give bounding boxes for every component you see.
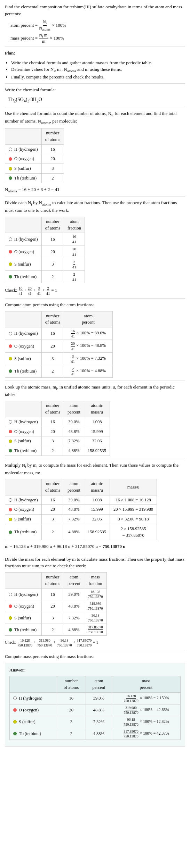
count-table: numberof atoms H (hydrogen) 16 O (oxygen…: [5, 128, 64, 183]
element-tb: Tb (terbium): [5, 365, 42, 377]
atomic-mass-text: Look up the atomic mass, mi, in unified …: [5, 384, 185, 398]
count-col-number: numberof atoms: [41, 128, 64, 145]
af-col-element: [5, 217, 42, 233]
plan-step-1: Write the chemical formula and gather at…: [11, 59, 185, 66]
element-o: O (oxygen): [5, 245, 42, 258]
mpf-col-element: [10, 676, 57, 693]
mul-col-result: mass/u: [110, 479, 157, 495]
am-col-number: numberof atoms: [41, 401, 64, 417]
mass-fraction-text: Divide the mass for each element by m to…: [5, 556, 185, 569]
table-row: O (oxygen) 20 2041 × 100% = 48.8%: [5, 340, 113, 352]
table-row: S (sulfur) 3 341: [5, 258, 85, 270]
table-row: H (hydrogen) 16 39.0% 16.128750.13870: [5, 589, 107, 600]
mul-col-mass: atomicmass/u: [84, 479, 110, 495]
table-row: Tb (terbium) 2 4.88% 158.92535: [5, 446, 110, 456]
element-tb: Tb (terbium): [5, 624, 42, 636]
atom-fraction-check: Check: 1641 + 2041 + 341 + 241 = 1: [5, 286, 185, 295]
element-tb: Tb (terbium): [5, 524, 42, 540]
table-row: S (sulfur) 3 7.32% 96.18750.13870: [5, 612, 107, 624]
plan-label: Plan:: [5, 50, 185, 57]
element-o: O (oxygen): [5, 154, 42, 164]
mass-percent-final-text: Compute mass percents using the mass fra…: [5, 653, 185, 660]
plan-steps: Write the chemical formula and gather at…: [11, 59, 185, 81]
af-col-number: numberof atoms: [41, 217, 64, 233]
table-row: H (hydrogen) 16 39.0% 1.008: [5, 417, 110, 427]
count-o: 20: [41, 154, 64, 164]
mpf-col-atom-pct: atompercent: [86, 676, 112, 693]
element-h: H (hydrogen): [5, 417, 42, 427]
table-row: O (oxygen) 20 2041: [5, 245, 85, 258]
element-s: S (sulfur): [5, 436, 42, 446]
atom-fraction-text: Divide each Ni by Natoms to calculate at…: [5, 199, 185, 214]
mpf-col-mass-pct: masspercent: [112, 676, 180, 693]
element-o: O (oxygen): [5, 600, 42, 612]
multiply-table: numberof atoms atompercent atomicmass/u …: [5, 479, 157, 540]
mf-col-element: [5, 572, 42, 589]
table-row: S (sulfur) 3 7.32% 32.06 3 × 32.06 = 96.…: [5, 515, 157, 524]
table-row: H (hydrogen) 16 1641 × 100% = 39.0%: [5, 327, 113, 340]
table-row: H (hydrogen) 16: [5, 144, 64, 154]
element-tb: Tb (terbium): [5, 173, 42, 183]
intro-title: Find the elemental composition for terbi…: [5, 3, 185, 17]
mf-col-number: numberof atoms: [41, 572, 64, 589]
mass-percent-final-table: numberof atoms atompercent masspercent H…: [9, 676, 181, 740]
dot-h: [9, 148, 12, 151]
element-h: H (hydrogen): [5, 495, 42, 505]
mf-col-fraction: massfraction: [84, 572, 107, 589]
element-tb: Tb (terbium): [10, 728, 57, 740]
plan-step-3: Finally, compute the percents and check …: [11, 74, 185, 81]
element-o: O (oxygen): [5, 505, 42, 515]
mpf-col-number: numberof atoms: [57, 676, 86, 693]
table-row: H (hydrogen) 16 1641: [5, 233, 85, 245]
atomic-mass-table: numberof atoms atompercent atomicmass/u …: [5, 401, 110, 456]
table-row: Tb (terbium) 2 241 × 100% = 4.88%: [5, 365, 113, 377]
am-col-element: [5, 401, 42, 417]
atom-percent-formula: atom percent = Ni Natoms × 100%: [10, 20, 185, 32]
element-tb: Tb (terbium): [5, 446, 42, 456]
element-s: S (sulfur): [5, 164, 42, 174]
table-row: S (sulfur) 3 341 × 100% = 7.32%: [5, 352, 113, 365]
mass-percent-formula: mass percent = Ni mi m × 100%: [10, 33, 185, 44]
element-s: S (sulfur): [5, 352, 42, 365]
mass-fraction-table: numberof atoms atompercent massfraction …: [5, 572, 107, 636]
table-row: Tb (terbium) 2 4.88% 317.85070750.13870: [5, 624, 107, 636]
mf-col-atom-pct: atompercent: [64, 572, 84, 589]
atom-fraction-table: numberof atoms atomfraction H (hydrogen)…: [5, 217, 85, 283]
table-row: Tb (terbium) 2 241: [5, 270, 85, 283]
count-h: 16: [41, 144, 64, 154]
table-row: Tb (terbium) 2 4.88% 158.92535 2 × 158.9…: [5, 524, 157, 540]
element-o: O (oxygen): [5, 427, 42, 436]
dot-o: [9, 157, 12, 161]
element-h: H (hydrogen): [10, 692, 57, 704]
dot-s: [9, 167, 12, 170]
natoms-eq: Natoms = 16 + 20 + 3 + 2 = 41: [5, 186, 185, 194]
atom-percent-table: numberof atoms atompercent H (hydrogen) …: [5, 311, 113, 378]
element-h: H (hydrogen): [5, 327, 42, 340]
table-row: O (oxygen) 20: [5, 154, 64, 164]
element-s: S (sulfur): [5, 258, 42, 270]
mul-col-element: [5, 479, 42, 495]
answer-box: Answer: numberof atoms atompercent massp…: [5, 663, 185, 746]
table-row: H (hydrogen) 16 39.0% 1.008 16 × 1.008 =…: [5, 495, 157, 505]
element-s: S (sulfur): [10, 716, 57, 728]
table-row: S (sulfur) 3 7.32% 96.18750.13870 × 100%…: [10, 716, 181, 728]
af-col-fraction: atomfraction: [64, 217, 85, 233]
element-h: H (hydrogen): [5, 233, 42, 245]
count-col-element: [5, 128, 42, 145]
dot-tb: [9, 176, 12, 180]
table-row: Tb (terbium) 2: [5, 173, 64, 183]
table-row: O (oxygen) 20 48.8% 15.999 20 × 15.999 =…: [5, 505, 157, 515]
answer-label: Answer:: [9, 667, 181, 674]
mul-col-atom-pct: atompercent: [64, 479, 84, 495]
ap-col-element: [5, 311, 42, 327]
atom-percent-text: Compute atom percents using the atom fra…: [5, 301, 185, 308]
table-row: H (hydrogen) 16 39.0% 16.128750.13870 × …: [10, 692, 181, 704]
element-tb: Tb (terbium): [5, 270, 42, 283]
formula-label: Write the chemical formula:: [5, 86, 185, 93]
chemical-formula: Tb2(SO4)3·8H2O: [8, 96, 185, 104]
table-row: S (sulfur) 3 7.32% 32.06: [5, 436, 110, 446]
count-tb: 2: [41, 173, 64, 183]
table-row: O (oxygen) 20 48.8% 319.980750.13870: [5, 600, 107, 612]
element-s: S (sulfur): [5, 612, 42, 624]
element-h: H (hydrogen): [5, 144, 42, 154]
